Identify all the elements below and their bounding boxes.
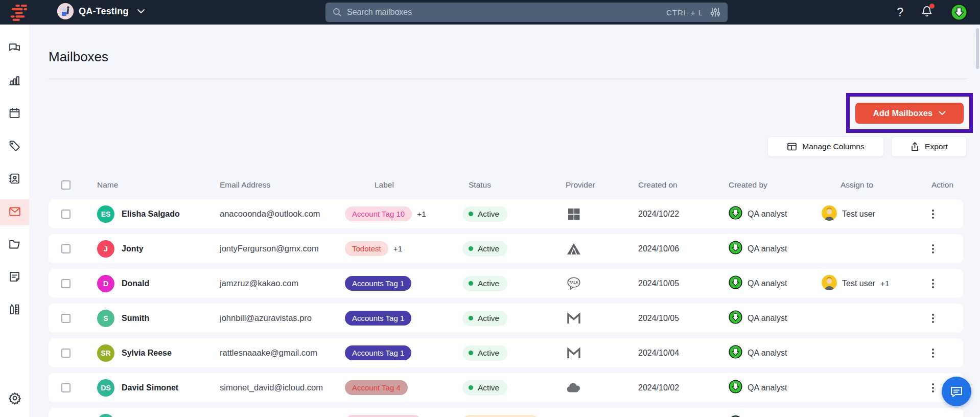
status-badge: Active bbox=[462, 206, 507, 222]
app-logo-icon[interactable] bbox=[9, 4, 29, 21]
column-header-assign-to[interactable]: Assign to bbox=[814, 180, 922, 190]
column-header-email-address[interactable]: Email Address bbox=[199, 180, 345, 190]
select-all-checkbox[interactable] bbox=[61, 180, 71, 190]
email-address: jamzruz@kakao.com bbox=[220, 279, 298, 288]
mailbox-name[interactable]: Sumith bbox=[122, 314, 149, 323]
add-mailboxes-label: Add Mailboxes bbox=[873, 108, 932, 118]
label-chip[interactable]: Account Tag 10 bbox=[345, 206, 412, 221]
sidebar-item-mail[interactable] bbox=[0, 199, 29, 225]
mailbox-name[interactable]: Donald bbox=[122, 279, 149, 288]
sidebar-item-settings[interactable] bbox=[0, 386, 29, 412]
workspace-avatar bbox=[57, 3, 74, 19]
sidebar-item-contacts[interactable] bbox=[0, 167, 29, 193]
mailbox-name[interactable]: Elisha Salgado bbox=[122, 210, 180, 219]
row-checkbox[interactable] bbox=[61, 383, 71, 392]
add-mailboxes-button[interactable]: Add Mailboxes bbox=[855, 103, 964, 124]
assignee-name: Test user bbox=[842, 279, 875, 288]
label-chip[interactable]: Accounts Tag 1 bbox=[345, 345, 411, 360]
row-actions-menu-icon[interactable] bbox=[930, 346, 936, 360]
label-extra-count[interactable]: +1 bbox=[393, 244, 403, 253]
row-checkbox[interactable] bbox=[61, 279, 71, 288]
created-by-name: QA analyst bbox=[748, 314, 787, 323]
table-row: J Jonty jontyFergurson@gmx.com Todotest … bbox=[49, 234, 963, 263]
table-row: ES Elisha Salgado anacooonda@outlook.com… bbox=[49, 199, 963, 228]
sidebar-item-calendar[interactable] bbox=[0, 101, 29, 127]
label-chip[interactable]: Todotest bbox=[345, 241, 388, 256]
main-content: Mailboxes Add Mailboxes Manage Columns E… bbox=[29, 25, 980, 417]
column-header-created-by[interactable]: Created by bbox=[721, 180, 814, 190]
assignee-extra-count[interactable]: +1 bbox=[880, 279, 890, 288]
scrollbar-thumb[interactable] bbox=[976, 28, 979, 69]
icloud-icon bbox=[566, 382, 582, 394]
sidebar-item-chat[interactable] bbox=[0, 36, 29, 62]
avatar: J bbox=[97, 240, 114, 258]
sidebar-item-tag[interactable] bbox=[0, 134, 29, 160]
created-by-avatar-icon bbox=[729, 275, 742, 291]
column-header-name[interactable]: Name bbox=[77, 180, 199, 190]
sidebar-item-folder[interactable] bbox=[0, 232, 29, 258]
created-by-name: QA analyst bbox=[748, 279, 787, 288]
chat-widget-button[interactable] bbox=[942, 377, 971, 406]
status-dot-icon bbox=[469, 316, 473, 320]
label-chip[interactable]: Account Tag 4 bbox=[345, 380, 408, 395]
avatar bbox=[97, 414, 114, 417]
svg-text:TALK: TALK bbox=[569, 281, 579, 284]
row-actions-menu-icon[interactable] bbox=[930, 312, 936, 325]
sidebar-item-bar-chart[interactable] bbox=[0, 68, 29, 95]
microsoft-icon bbox=[567, 207, 581, 221]
created-by-avatar-icon bbox=[729, 241, 742, 257]
export-button[interactable]: Export bbox=[891, 136, 967, 157]
status-dot-icon bbox=[469, 351, 473, 355]
table-row: S Sumith johnbill@azuravistas.pro Accoun… bbox=[49, 304, 963, 333]
contacts-icon bbox=[8, 172, 21, 187]
assignee-avatar bbox=[822, 275, 837, 292]
row-actions-menu-icon[interactable] bbox=[930, 277, 936, 290]
row-actions-menu-icon[interactable] bbox=[930, 381, 936, 395]
row-checkbox[interactable] bbox=[61, 349, 71, 358]
email-address: anacooonda@outlook.com bbox=[220, 209, 320, 219]
mailbox-name[interactable]: Sylvia Reese bbox=[122, 349, 172, 358]
sidebar-item-note[interactable] bbox=[0, 265, 29, 291]
created-on-date: 2024/10/02 bbox=[638, 383, 679, 392]
created-by-avatar-icon bbox=[729, 206, 742, 222]
status-dot-icon bbox=[469, 281, 473, 286]
manage-columns-button[interactable]: Manage Columns bbox=[767, 136, 884, 157]
user-avatar[interactable] bbox=[950, 4, 968, 21]
column-header-created-on[interactable]: Created on bbox=[633, 180, 721, 190]
folder-icon bbox=[8, 238, 21, 253]
search-input[interactable]: Search mailboxes CTRL + L bbox=[325, 3, 728, 22]
created-on-date: 2024/10/04 bbox=[638, 349, 679, 358]
label-extra-count[interactable]: +1 bbox=[417, 210, 426, 219]
sidebar bbox=[0, 25, 29, 417]
row-checkbox[interactable] bbox=[61, 314, 71, 323]
chat-bubble-icon bbox=[949, 384, 964, 399]
label-chip[interactable]: Accounts Tag 1 bbox=[345, 311, 411, 326]
table-row: D Donald jamzruz@kakao.com Accounts Tag … bbox=[49, 269, 963, 298]
created-by-avatar-icon bbox=[729, 310, 742, 326]
column-header-provider[interactable]: Provider bbox=[552, 180, 633, 190]
label-chip bbox=[345, 415, 422, 417]
row-actions-menu-icon[interactable] bbox=[930, 207, 936, 221]
filter-sliders-icon[interactable] bbox=[710, 7, 720, 17]
column-header-action[interactable]: Action bbox=[922, 180, 963, 190]
sidebar-item-design-tools[interactable] bbox=[0, 297, 29, 323]
bar-chart-icon bbox=[8, 74, 21, 89]
help-icon[interactable]: ? bbox=[897, 6, 903, 19]
status-dot-icon bbox=[469, 212, 473, 216]
row-checkbox[interactable] bbox=[61, 210, 71, 219]
created-by-name: QA analyst bbox=[748, 383, 787, 392]
workspace-switcher[interactable]: QA-Testing bbox=[57, 3, 145, 19]
mailbox-name[interactable]: Jonty bbox=[122, 244, 144, 253]
notifications-bell-icon[interactable] bbox=[921, 5, 933, 19]
created-by-name: QA analyst bbox=[748, 210, 787, 219]
label-chip[interactable]: Accounts Tag 1 bbox=[345, 276, 411, 291]
mail-icon bbox=[8, 205, 21, 220]
row-checkbox[interactable] bbox=[61, 244, 71, 253]
row-actions-menu-icon[interactable] bbox=[930, 242, 936, 256]
avatar: D bbox=[97, 275, 114, 292]
column-header-label[interactable]: Label bbox=[345, 180, 461, 190]
settings-icon bbox=[8, 391, 21, 407]
column-header-status[interactable]: Status bbox=[461, 180, 552, 190]
mailbox-name[interactable]: David Simonet bbox=[122, 383, 178, 392]
assignee-name: Test user bbox=[842, 210, 875, 219]
